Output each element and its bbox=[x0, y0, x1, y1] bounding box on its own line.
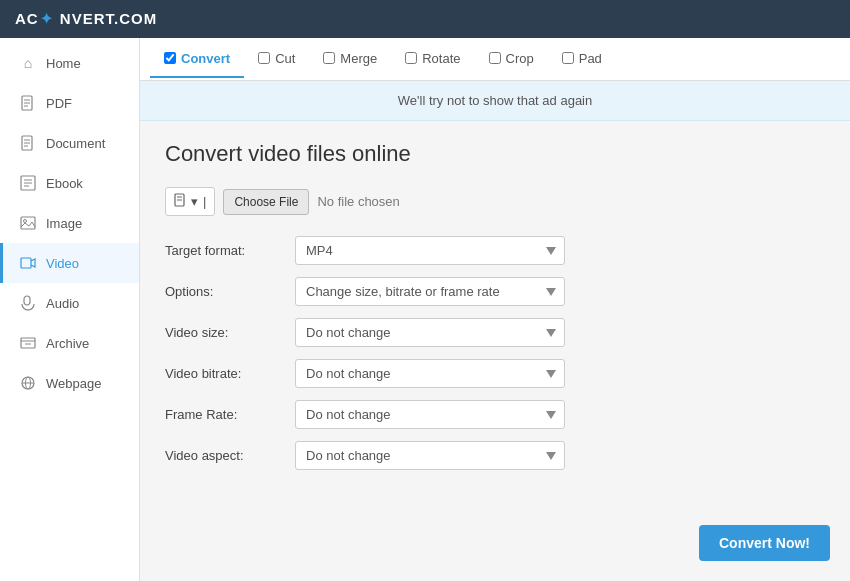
ad-banner-text: We'll try not to show that ad again bbox=[398, 93, 592, 108]
home-icon: ⌂ bbox=[18, 53, 38, 73]
video-bitrate-select[interactable]: Do not change 500k 1000k 2000k 4000k bbox=[295, 359, 565, 388]
tab-crop[interactable]: Crop bbox=[475, 41, 548, 78]
tab-convert[interactable]: Convert bbox=[150, 41, 244, 78]
tab-merge-checkbox[interactable] bbox=[323, 52, 335, 64]
sidebar-item-image[interactable]: Image bbox=[0, 203, 139, 243]
form-row-target-format: Target format: MP4 AVI MOV MKV FLV WMV W… bbox=[165, 236, 825, 265]
form-row-frame-rate: Frame Rate: Do not change 24 25 30 60 bbox=[165, 400, 825, 429]
options-select[interactable]: Change size, bitrate or frame rate Defau… bbox=[295, 277, 565, 306]
tab-convert-checkbox[interactable] bbox=[164, 52, 176, 64]
tab-convert-label: Convert bbox=[181, 51, 230, 66]
tab-merge-label: Merge bbox=[340, 51, 377, 66]
no-file-label: No file chosen bbox=[317, 194, 399, 209]
form-row-options: Options: Change size, bitrate or frame r… bbox=[165, 277, 825, 306]
main-content: Convert Cut Merge Rotate Crop Pad bbox=[140, 38, 850, 581]
sidebar-label-pdf: PDF bbox=[46, 96, 72, 111]
sidebar-item-archive[interactable]: Archive bbox=[0, 323, 139, 363]
logo-nvert: NVERT.COM bbox=[55, 10, 158, 27]
ad-banner: We'll try not to show that ad again bbox=[140, 81, 850, 121]
file-icon-button[interactable]: ▾ | bbox=[165, 187, 215, 216]
svg-rect-15 bbox=[24, 296, 30, 305]
sidebar-label-audio: Audio bbox=[46, 296, 79, 311]
sidebar-label-video: Video bbox=[46, 256, 79, 271]
tab-rotate-label: Rotate bbox=[422, 51, 460, 66]
tab-cut[interactable]: Cut bbox=[244, 41, 309, 78]
sidebar-label-webpage: Webpage bbox=[46, 376, 101, 391]
sidebar-item-pdf[interactable]: PDF bbox=[0, 83, 139, 123]
sidebar-item-document[interactable]: Document bbox=[0, 123, 139, 163]
video-bitrate-label: Video bitrate: bbox=[165, 366, 295, 381]
file-upload-row: ▾ | Choose File No file chosen bbox=[165, 187, 825, 216]
tab-crop-checkbox[interactable] bbox=[489, 52, 501, 64]
image-icon bbox=[18, 213, 38, 233]
sidebar-item-video[interactable]: Video bbox=[0, 243, 139, 283]
form-row-video-bitrate: Video bitrate: Do not change 500k 1000k … bbox=[165, 359, 825, 388]
svg-point-13 bbox=[24, 220, 27, 223]
tab-pad-checkbox[interactable] bbox=[562, 52, 574, 64]
form-row-video-aspect: Video aspect: Do not change 4:3 16:9 21:… bbox=[165, 441, 825, 470]
sidebar-item-audio[interactable]: Audio bbox=[0, 283, 139, 323]
page-title: Convert video files online bbox=[165, 141, 825, 167]
logo-ac: AC bbox=[15, 10, 39, 27]
tab-pad-label: Pad bbox=[579, 51, 602, 66]
sidebar-item-ebook[interactable]: Ebook bbox=[0, 163, 139, 203]
target-format-label: Target format: bbox=[165, 243, 295, 258]
content-area: Convert video files online ▾ | Choose Fi… bbox=[140, 121, 850, 502]
header: AC✦ NVERT.COM bbox=[0, 0, 850, 38]
options-label: Options: bbox=[165, 284, 295, 299]
tab-merge[interactable]: Merge bbox=[309, 41, 391, 78]
video-icon bbox=[18, 253, 38, 273]
tab-pad[interactable]: Pad bbox=[548, 41, 616, 78]
video-size-label: Video size: bbox=[165, 325, 295, 340]
main-layout: ⌂ Home PDF Document Ebook Image bbox=[0, 38, 850, 581]
tab-cut-checkbox[interactable] bbox=[258, 52, 270, 64]
sidebar-label-ebook: Ebook bbox=[46, 176, 83, 191]
svg-rect-14 bbox=[21, 258, 31, 268]
file-doc-icon bbox=[174, 193, 188, 210]
file-btn-separator: | bbox=[203, 194, 206, 209]
archive-icon bbox=[18, 333, 38, 353]
dropdown-arrow-icon: ▾ bbox=[191, 194, 198, 209]
tab-cut-label: Cut bbox=[275, 51, 295, 66]
ebook-icon bbox=[18, 173, 38, 193]
sidebar-item-home[interactable]: ⌂ Home bbox=[0, 43, 139, 83]
sidebar-label-image: Image bbox=[46, 216, 82, 231]
video-aspect-label: Video aspect: bbox=[165, 448, 295, 463]
video-aspect-select[interactable]: Do not change 4:3 16:9 21:9 bbox=[295, 441, 565, 470]
sidebar-label-archive: Archive bbox=[46, 336, 89, 351]
audio-icon bbox=[18, 293, 38, 313]
frame-rate-label: Frame Rate: bbox=[165, 407, 295, 422]
frame-rate-select[interactable]: Do not change 24 25 30 60 bbox=[295, 400, 565, 429]
form-row-video-size: Video size: Do not change 320x240 640x48… bbox=[165, 318, 825, 347]
convert-now-button[interactable]: Convert Now! bbox=[699, 525, 830, 561]
logo-gear: ✦ bbox=[40, 10, 54, 27]
tab-rotate[interactable]: Rotate bbox=[391, 41, 474, 78]
tab-crop-label: Crop bbox=[506, 51, 534, 66]
sidebar-item-webpage[interactable]: Webpage bbox=[0, 363, 139, 403]
sidebar-label-document: Document bbox=[46, 136, 105, 151]
svg-rect-17 bbox=[21, 338, 35, 348]
choose-file-button[interactable]: Choose File bbox=[223, 189, 309, 215]
sidebar-label-home: Home bbox=[46, 56, 81, 71]
site-logo[interactable]: AC✦ NVERT.COM bbox=[15, 10, 157, 28]
webpage-icon bbox=[18, 373, 38, 393]
target-format-select[interactable]: MP4 AVI MOV MKV FLV WMV WEBM bbox=[295, 236, 565, 265]
video-size-select[interactable]: Do not change 320x240 640x480 1280x720 1… bbox=[295, 318, 565, 347]
document-icon bbox=[18, 133, 38, 153]
pdf-icon bbox=[18, 93, 38, 113]
sidebar: ⌂ Home PDF Document Ebook Image bbox=[0, 38, 140, 581]
tab-rotate-checkbox[interactable] bbox=[405, 52, 417, 64]
tabs-bar: Convert Cut Merge Rotate Crop Pad bbox=[140, 38, 850, 81]
